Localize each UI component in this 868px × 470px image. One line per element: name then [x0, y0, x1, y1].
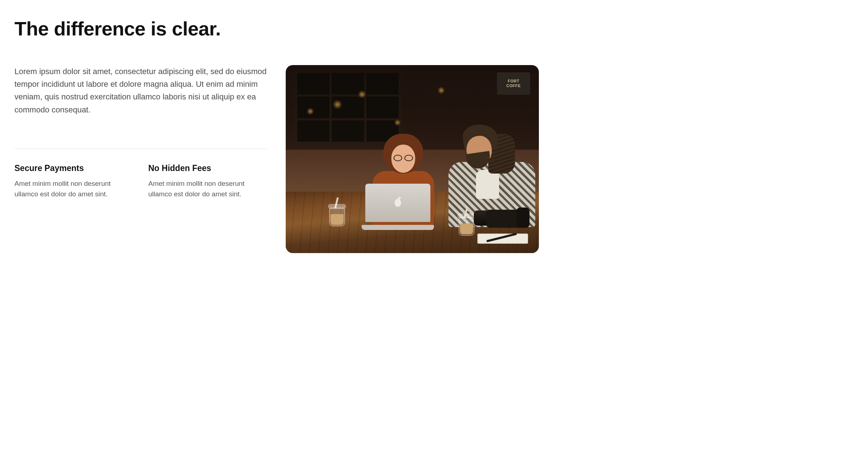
- feature-title: Secure Payments: [14, 163, 134, 173]
- laptop-icon: [362, 184, 434, 230]
- person-right: [441, 123, 528, 210]
- camera-icon: [486, 205, 529, 228]
- divider: [14, 149, 268, 149]
- feature-no-hidden-fees: No Hidden Fees Amet minim mollit non des…: [148, 163, 268, 200]
- iced-coffee-cup-icon: [329, 204, 345, 226]
- hero-image: FORT COFFE: [286, 65, 539, 253]
- notebook-icon: [477, 234, 528, 244]
- feature-secure-payments: Secure Payments Amet minim mollit non de…: [14, 163, 134, 200]
- wall-sign: FORT COFFE: [497, 72, 530, 95]
- feature-description: Amet minim mollit non deserunt ullamco e…: [148, 178, 268, 200]
- right-column: FORT COFFE: [286, 65, 539, 253]
- feature-description: Amet minim mollit non deserunt ullamco e…: [14, 178, 134, 200]
- features-list: Secure Payments Amet minim mollit non de…: [14, 163, 268, 200]
- content-row: Lorem ipsum dolor sit amet, consectetur …: [14, 65, 528, 253]
- section-heading: The difference is clear.: [14, 17, 528, 40]
- sign-line-1: FORT: [508, 79, 519, 84]
- lead-paragraph: Lorem ipsum dolor sit amet, consectetur …: [14, 65, 268, 116]
- iced-coffee-cup-icon: [459, 213, 475, 236]
- left-column: Lorem ipsum dolor sit amet, consectetur …: [14, 65, 268, 200]
- apple-logo-icon: [395, 199, 401, 207]
- sign-line-2: COFFE: [506, 84, 521, 88]
- feature-title: No Hidden Fees: [148, 163, 268, 173]
